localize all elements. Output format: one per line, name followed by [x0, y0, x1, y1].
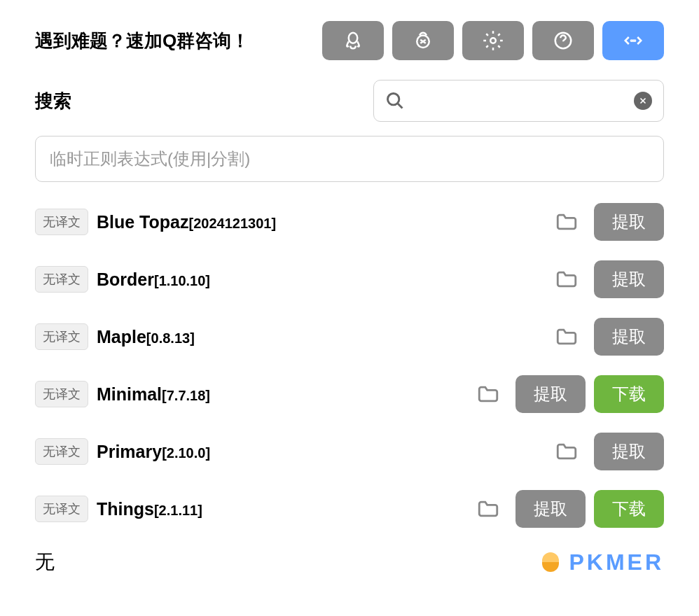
- clear-search-button[interactable]: [634, 92, 652, 110]
- svg-point-4: [631, 40, 632, 41]
- list-item: 无译文 Maple [0.8.13] 提取: [35, 318, 664, 356]
- penguin-icon: [342, 30, 364, 51]
- fruit-icon-button[interactable]: [392, 21, 454, 60]
- item-name: Maple: [97, 327, 146, 347]
- folder-button[interactable]: [469, 490, 507, 528]
- no-translation-badge: 无译文: [35, 381, 88, 407]
- item-title: Minimal [7.7.18]: [97, 384, 461, 405]
- item-title: Primary [2.10.0]: [97, 442, 539, 462]
- item-version: [7.7.18]: [162, 388, 210, 404]
- header-title: 遇到难题？速加Q群咨询！: [35, 29, 249, 53]
- folder-button[interactable]: [548, 318, 586, 356]
- item-title: Maple [0.8.13]: [97, 327, 539, 347]
- svg-point-7: [388, 94, 399, 105]
- search-label: 搜索: [35, 89, 71, 113]
- item-name: Blue Topaz: [97, 212, 188, 232]
- no-translation-badge: 无译文: [35, 209, 88, 235]
- list-item: 无译文 Border [1.10.10] 提取: [35, 260, 664, 298]
- item-title: Border [1.10.10]: [97, 270, 539, 290]
- list-item: 无译文 Primary [2.10.0] 提取: [35, 433, 664, 470]
- item-name: Minimal: [97, 384, 162, 405]
- regex-input[interactable]: [35, 136, 664, 182]
- item-version: [1.10.10]: [154, 273, 210, 289]
- logo-text: PKMER: [569, 550, 664, 575]
- help-icon: [553, 30, 574, 51]
- folder-button[interactable]: [469, 375, 507, 413]
- download-button[interactable]: 下载: [594, 375, 664, 413]
- code-dots-icon: [623, 30, 644, 51]
- item-version: [0.8.13]: [146, 330, 195, 346]
- toolbar: [322, 21, 664, 60]
- folder-button[interactable]: [548, 203, 586, 241]
- extract-button[interactable]: 提取: [594, 318, 664, 356]
- search-icon: [385, 91, 405, 111]
- no-translation-badge: 无译文: [35, 323, 88, 350]
- search-box[interactable]: [373, 80, 664, 122]
- item-title: Blue Topaz [2024121301]: [97, 212, 539, 232]
- gear-icon: [483, 30, 504, 51]
- no-translation-badge: 无译文: [35, 266, 88, 293]
- download-button[interactable]: 下载: [594, 490, 664, 528]
- item-name: Primary: [97, 442, 162, 462]
- settings-icon-button[interactable]: [462, 21, 524, 60]
- item-name: Things: [97, 499, 154, 519]
- coconut-icon: [413, 30, 434, 51]
- extract-button[interactable]: 提取: [594, 260, 664, 298]
- search-input[interactable]: [413, 93, 625, 109]
- svg-point-6: [635, 40, 635, 41]
- folder-button[interactable]: [548, 433, 586, 470]
- no-translation-badge: 无译文: [35, 496, 88, 522]
- extract-button[interactable]: 提取: [594, 203, 664, 241]
- footer-logo: PKMER: [538, 550, 664, 575]
- help-icon-button[interactable]: [532, 21, 594, 60]
- list-item: 无译文 Minimal [7.7.18] 提取下载: [35, 375, 664, 413]
- folder-button[interactable]: [548, 260, 586, 298]
- footer-text: 无: [35, 549, 55, 575]
- no-translation-badge: 无译文: [35, 438, 88, 465]
- item-version: [2024121301]: [188, 216, 276, 232]
- item-version: [2.10.0]: [162, 445, 210, 461]
- theme-list: 无译文 Blue Topaz [2024121301] 提取 无译文 Borde…: [35, 203, 664, 528]
- extract-button[interactable]: 提取: [515, 490, 586, 528]
- close-icon: [638, 96, 648, 106]
- svg-point-0: [349, 33, 358, 43]
- item-name: Border: [97, 270, 154, 290]
- extract-button[interactable]: 提取: [594, 433, 664, 470]
- svg-point-5: [632, 40, 633, 41]
- logo-mark-icon: [538, 550, 563, 575]
- extract-button[interactable]: 提取: [515, 375, 586, 413]
- list-item: 无译文 Things [2.1.11] 提取下载: [35, 490, 664, 528]
- svg-point-2: [490, 38, 496, 43]
- item-title: Things [2.1.11]: [97, 499, 461, 519]
- code-icon-button[interactable]: [602, 21, 664, 60]
- item-version: [2.1.11]: [154, 503, 202, 519]
- list-item: 无译文 Blue Topaz [2024121301] 提取: [35, 203, 664, 241]
- qq-icon-button[interactable]: [322, 21, 384, 60]
